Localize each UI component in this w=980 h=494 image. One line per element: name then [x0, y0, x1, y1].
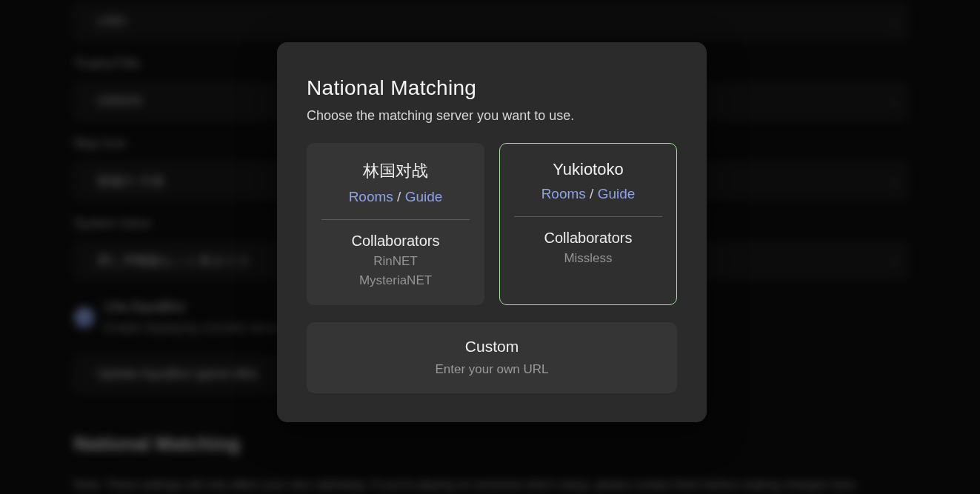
modal-title: National Matching: [307, 76, 677, 100]
server-name: 林国对战: [307, 160, 484, 182]
guide-link[interactable]: Guide: [598, 186, 636, 201]
collaborators-title: Collaborators: [307, 233, 484, 250]
collaborator-name: Missless: [500, 251, 676, 266]
national-matching-modal: National Matching Choose the matching se…: [277, 42, 707, 422]
rooms-link[interactable]: Rooms: [541, 186, 586, 201]
guide-link[interactable]: Guide: [405, 189, 443, 204]
custom-subtitle: Enter your own URL: [307, 362, 677, 377]
server-links: Rooms / Guide: [307, 189, 484, 205]
card-divider: [321, 219, 470, 220]
server-name: Yukiotoko: [500, 160, 676, 179]
collaborators-title: Collaborators: [500, 230, 676, 247]
rooms-link[interactable]: Rooms: [349, 189, 393, 204]
collaborator-name: RinNET: [307, 254, 484, 269]
server-card-linguo[interactable]: 林国对战 Rooms / Guide Collaborators RinNET …: [307, 143, 484, 305]
server-cards: 林国对战 Rooms / Guide Collaborators RinNET …: [307, 143, 677, 305]
link-separator: /: [590, 186, 593, 201]
card-divider: [514, 216, 662, 217]
custom-server-card[interactable]: Custom Enter your own URL: [307, 322, 677, 393]
modal-subtitle: Choose the matching server you want to u…: [307, 108, 677, 124]
link-separator: /: [397, 189, 401, 204]
custom-title: Custom: [307, 338, 677, 356]
collaborator-name: MysteriaNET: [307, 273, 484, 288]
server-links: Rooms / Guide: [500, 186, 676, 202]
server-card-yukiotoko[interactable]: Yukiotoko Rooms / Guide Collaborators Mi…: [499, 143, 677, 305]
